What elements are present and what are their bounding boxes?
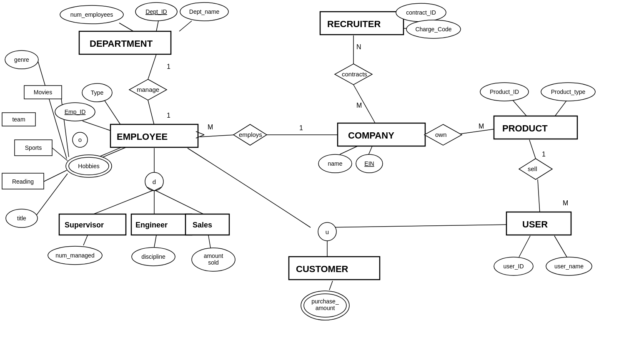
manage-emp-line [148, 100, 154, 125]
chargecode-text: Charge_Code [415, 26, 451, 33]
card-emp-employs: M [208, 124, 213, 131]
engineer-label: Engineer [135, 221, 168, 229]
name-company-line [340, 146, 358, 154]
employs-label: employs [239, 131, 262, 138]
producttype-product-line [554, 100, 567, 117]
numemployees-text: num_employees [70, 11, 113, 18]
company-label: COMPANY [348, 130, 394, 141]
movies-hobbies-line [60, 92, 69, 157]
hobbies-text: Hobbies [78, 163, 99, 169]
userid-text: user_ID [503, 263, 524, 270]
union-label: u [326, 228, 329, 235]
reading-hobbies-line [44, 170, 67, 182]
discipline-text: discipline [141, 253, 165, 260]
nummanaged-text: num_managed [55, 252, 94, 259]
purchaseamt-customer-line [329, 281, 333, 290]
numemployees-dept-line [119, 23, 133, 31]
d-sales-line [154, 190, 204, 215]
purchaseamt-text2: amount [316, 305, 335, 311]
disjoint-label: d [153, 178, 156, 185]
card-employs-company: 1 [299, 124, 303, 131]
sell-label: sell [528, 165, 537, 172]
card-sell-user: M [563, 199, 568, 207]
emp-employs-line [200, 135, 236, 137]
discipline-engineer-line [154, 235, 156, 247]
producttype-text: Product_type [551, 88, 586, 95]
product-label: PRODUCT [502, 123, 548, 134]
contracts-label: contracts [342, 71, 367, 78]
movies-text: Movies [34, 89, 52, 96]
own-label: own [435, 131, 447, 138]
recruiter-label: RECRUITER [327, 19, 381, 29]
deptname-text: Dept_name [189, 8, 220, 15]
optional-label: o [78, 136, 82, 143]
ein-text: EIN [364, 160, 374, 167]
genre-text: genre [14, 56, 29, 63]
card-contracts-company: M [356, 102, 362, 109]
title-text: title [17, 215, 26, 222]
amountsold-sales-line [208, 235, 210, 248]
card-manage-emp: 1 [167, 112, 170, 119]
productid-text: Product_ID [490, 88, 519, 95]
card-own-product: M [479, 123, 484, 130]
reading-text: Reading [12, 178, 34, 185]
username-user-line [554, 236, 567, 257]
ein-company-line [368, 146, 372, 155]
user-label: USER [522, 219, 548, 230]
username-text: user_name [554, 263, 584, 270]
deptid-text: Dept_ID [145, 8, 167, 15]
purchaseamt-text1: purchase_ [311, 298, 339, 305]
supervisor-label: Supervisor [65, 221, 104, 229]
userid-user-line [519, 236, 530, 257]
manage-label: manage [137, 86, 159, 93]
amountsold-text1: amount [204, 252, 223, 259]
team-text: team [12, 116, 25, 123]
deptid-dept-line [156, 21, 158, 31]
card-dept-manage: 1 [167, 63, 170, 70]
sales-label: Sales [193, 221, 212, 229]
amountsold-text2: sold [208, 259, 219, 266]
employee-label: EMPLOYEE [117, 131, 168, 142]
nummanaged-supervisor-line [83, 235, 88, 245]
type-text: Type [91, 89, 104, 96]
customer-label: CUSTOMER [296, 264, 348, 274]
customer-user-line [325, 225, 513, 227]
contractid-text: contract_ID [406, 9, 436, 16]
sports-text: Sports [25, 144, 42, 151]
name-text: name [328, 160, 342, 167]
product-sell-line [529, 140, 536, 159]
card-recruiter-contracts: N [356, 43, 361, 50]
empid-text: Emp_ID [65, 109, 86, 115]
er-diagram: 1 1 M 1 N M 1 M 1 M DEPARTMENT EMPLOYEE … [0, 0, 644, 361]
dept-manage-line [148, 54, 156, 79]
type-emp-line [103, 98, 121, 125]
department-label: DEPARTMENT [90, 38, 153, 49]
productid-product-line [513, 100, 527, 117]
card-product-sell: 1 [542, 151, 546, 158]
deptname-dept-line [179, 21, 192, 31]
d-supervisor-line [93, 190, 154, 215]
sell-user-line [538, 179, 540, 213]
